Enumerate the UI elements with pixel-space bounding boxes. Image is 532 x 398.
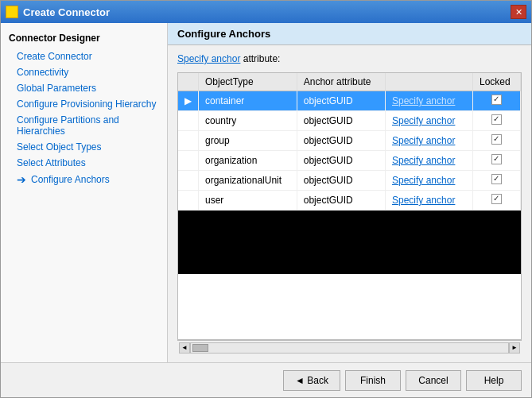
cancel-button[interactable]: Cancel: [406, 370, 461, 391]
table-row[interactable]: ▶containerobjectGUIDSpecify anchor: [178, 91, 521, 111]
anchor-table: ObjectType Anchor attribute Locked ▶cont…: [178, 73, 521, 211]
specify-anchor-cell[interactable]: Specify anchor: [386, 131, 473, 151]
current-arrow-icon: ➔: [17, 173, 26, 186]
sidebar-item-label: Select Object Types: [17, 141, 102, 153]
anchor-attr-cell: objectGUID: [297, 191, 385, 211]
locked-cell: [473, 151, 521, 171]
table-row[interactable]: organizationobjectGUIDSpecify anchor: [178, 151, 521, 171]
anchor-attr-cell: objectGUID: [297, 171, 385, 191]
specify-anchor-link[interactable]: Specify anchor: [392, 135, 455, 146]
sidebar-item-label: Configure Anchors: [31, 174, 110, 185]
specify-anchor-cell[interactable]: Specify anchor: [386, 171, 473, 191]
object-type-cell: country: [199, 111, 297, 131]
sidebar-item-select-attributes[interactable]: Select Attributes: [1, 155, 167, 171]
sidebar-item-configure-partitions-and-hierarchies[interactable]: Configure Partitions and Hierarchies: [1, 112, 167, 139]
title-bar: Create Connector ✕: [1, 1, 531, 23]
finish-button[interactable]: Finish: [345, 370, 401, 391]
locked-cell: [473, 91, 521, 111]
row-arrow: [178, 151, 199, 171]
sidebar-item-configure-anchors[interactable]: ➔Configure Anchors: [1, 171, 167, 188]
row-arrow: [178, 171, 199, 191]
scroll-thumb[interactable]: [192, 344, 208, 352]
specify-anchor-link[interactable]: Specify anchor: [392, 175, 455, 186]
anchor-attr-cell: objectGUID: [297, 91, 385, 111]
sidebar-item-select-object-types[interactable]: Select Object Types: [1, 139, 167, 155]
sidebar-item-configure-provisioning-hierarchy[interactable]: Configure Provisioning Hierarchy: [1, 96, 167, 112]
col-locked: Locked: [473, 73, 521, 91]
locked-checkbox: [491, 134, 502, 145]
specify-anchor-link[interactable]: Specify anchor: [392, 115, 455, 126]
locked-cell: [473, 171, 521, 191]
table-header-row: ObjectType Anchor attribute Locked: [178, 73, 521, 91]
scrollbar-area: ◄ ►: [177, 340, 522, 354]
sidebar-item-label: Configure Provisioning Hierarchy: [17, 99, 156, 110]
col-arrow: [178, 73, 199, 91]
row-arrow: [178, 131, 199, 151]
sidebar-item-label: Configure Partitions and Hierarchies: [17, 114, 159, 137]
help-button[interactable]: Help: [466, 370, 522, 391]
specify-anchor-link[interactable]: Specify anchor: [392, 95, 455, 106]
title-bar-controls: ✕: [511, 5, 526, 19]
scroll-right-button[interactable]: ►: [509, 342, 520, 354]
specify-anchor-link[interactable]: Specify anchor: [392, 195, 455, 206]
window-title: Create Connector: [23, 6, 110, 18]
sidebar-item-label: Create Connector: [17, 51, 92, 62]
locked-cell: [473, 131, 521, 151]
sidebar-title: Connector Designer: [1, 29, 167, 48]
sidebar-item-connectivity[interactable]: Connectivity: [1, 64, 167, 80]
panel-header: Configure Anchors: [168, 23, 531, 45]
intro-text: Specify anchor attribute:: [177, 53, 522, 64]
intro-suffix: attribute:: [240, 53, 280, 64]
anchor-attr-cell: objectGUID: [297, 131, 385, 151]
locked-checkbox: [491, 194, 502, 204]
object-type-cell: organizationalUnit: [199, 171, 297, 191]
footer: ◄ Back Finish Cancel Help: [1, 362, 531, 397]
horizontal-scrollbar[interactable]: [190, 342, 509, 354]
object-type-cell: group: [199, 131, 297, 151]
right-panel: Configure Anchors Specify anchor attribu…: [168, 23, 531, 362]
specify-anchor-cell[interactable]: Specify anchor: [386, 111, 473, 131]
locked-checkbox: [491, 95, 502, 105]
row-arrow: [178, 191, 199, 211]
row-arrow: ▶: [178, 91, 199, 111]
main-content: Connector Designer Create ConnectorConne…: [1, 23, 531, 362]
black-area: [178, 211, 521, 274]
locked-cell: [473, 111, 521, 131]
sidebar-item-label: Select Attributes: [17, 157, 86, 168]
col-anchor-attr: Anchor attribute: [297, 73, 385, 91]
object-type-cell: container: [199, 91, 297, 111]
anchor-attr-cell: objectGUID: [297, 111, 385, 131]
sidebar-item-global-parameters[interactable]: Global Parameters: [1, 80, 167, 96]
specify-anchor-cell[interactable]: Specify anchor: [386, 91, 473, 111]
locked-checkbox: [491, 114, 502, 125]
sidebar-item-label: Global Parameters: [17, 83, 96, 94]
object-type-cell: user: [199, 191, 297, 211]
specify-anchor-link[interactable]: Specify anchor: [177, 53, 240, 64]
col-action: [386, 73, 473, 91]
table-row[interactable]: userobjectGUIDSpecify anchor: [178, 191, 521, 211]
main-window: Create Connector ✕ Connector Designer Cr…: [0, 0, 532, 398]
table-row[interactable]: organizationalUnitobjectGUIDSpecify anch…: [178, 171, 521, 191]
col-objecttype: ObjectType: [199, 73, 297, 91]
sidebar: Connector Designer Create ConnectorConne…: [1, 23, 168, 362]
object-type-cell: organization: [199, 151, 297, 171]
locked-checkbox: [491, 174, 502, 184]
table-row[interactable]: groupobjectGUIDSpecify anchor: [178, 131, 521, 151]
back-button[interactable]: ◄ Back: [283, 370, 340, 391]
locked-cell: [473, 191, 521, 211]
table-row[interactable]: countryobjectGUIDSpecify anchor: [178, 111, 521, 131]
specify-anchor-cell[interactable]: Specify anchor: [386, 151, 473, 171]
specify-anchor-cell[interactable]: Specify anchor: [386, 191, 473, 211]
panel-body: Specify anchor attribute: ObjectType Anc…: [168, 45, 531, 362]
title-bar-left: Create Connector: [6, 6, 110, 18]
specify-anchor-link[interactable]: Specify anchor: [392, 155, 455, 166]
close-button[interactable]: ✕: [511, 5, 526, 19]
sidebar-item-label: Connectivity: [17, 67, 68, 78]
locked-checkbox: [491, 154, 502, 164]
row-arrow: [178, 111, 199, 131]
sidebar-item-create-connector[interactable]: Create Connector: [1, 48, 167, 64]
anchor-attr-cell: objectGUID: [297, 151, 385, 171]
app-icon: [6, 6, 18, 18]
table-container: ObjectType Anchor attribute Locked ▶cont…: [177, 72, 522, 340]
scroll-left-button[interactable]: ◄: [179, 342, 190, 354]
